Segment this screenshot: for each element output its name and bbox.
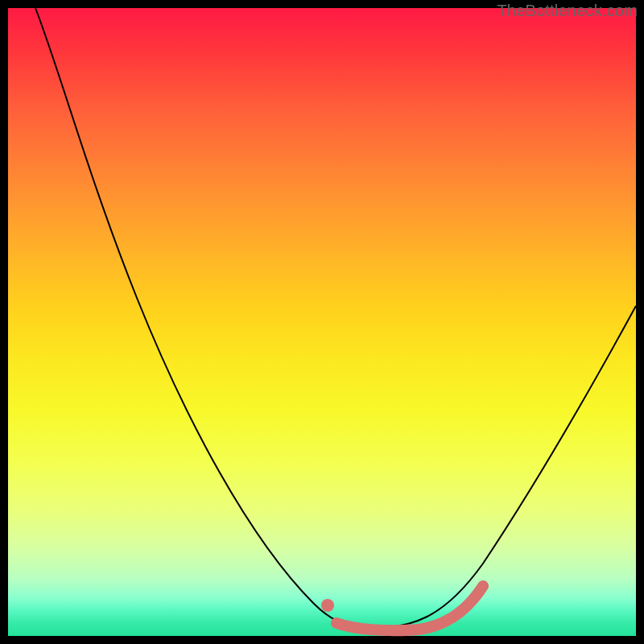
bottleneck-curve [35,8,636,628]
chart-svg [8,8,636,636]
watermark-text: TheBottleneck.com [497,2,638,20]
highlight-dot [321,599,334,612]
